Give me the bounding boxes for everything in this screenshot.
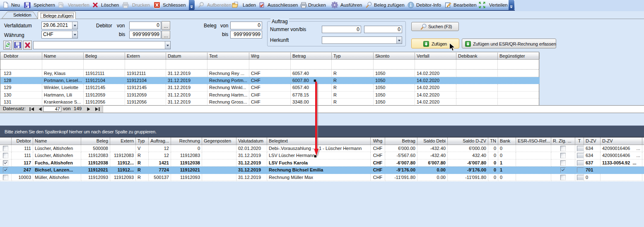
svg-text:Selektion: Selektion <box>13 12 31 17</box>
